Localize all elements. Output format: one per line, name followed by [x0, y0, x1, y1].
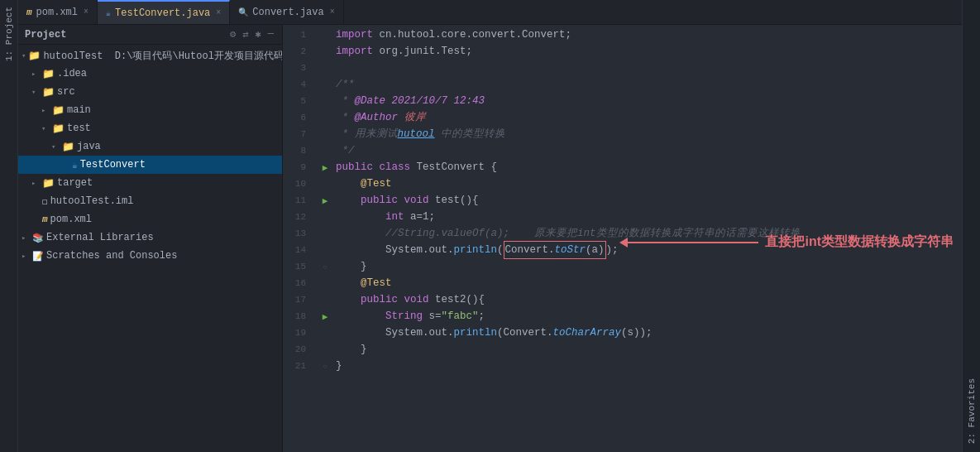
- tree-item-test[interactable]: ▾ 📁 test: [18, 119, 282, 137]
- pom-xml-icon: m: [26, 7, 32, 17]
- folder-icon-java: 📁: [62, 141, 74, 153]
- tree-item-scratches[interactable]: ▸ 📝 Scratches and Consoles: [18, 247, 282, 265]
- circle-14: ○: [323, 263, 327, 271]
- code-line-3: [336, 60, 962, 76]
- expand-arrow-java: ▾: [51, 142, 60, 151]
- ln-9: 9: [283, 159, 311, 176]
- code-line-12: int a=1;: [336, 209, 962, 225]
- code-line-17: public void test2(){: [336, 291, 962, 308]
- code-line-14: System.out.println(Convert.toStr(a));: [336, 242, 962, 258]
- code-line-16: @Test: [336, 275, 962, 291]
- g1: [318, 26, 332, 43]
- tab-testconvert[interactable]: ☕ TestConvert.java ×: [98, 0, 230, 24]
- tree-label-ext: External Libraries: [46, 232, 154, 243]
- tree-label-pom: pom.xml: [50, 214, 92, 225]
- minus-icon[interactable]: —: [266, 27, 275, 41]
- tree-item-hutooltest[interactable]: ▾ 📁 hutoolTest D:\项目代码\Hutool开发项目源代码\: [18, 46, 282, 65]
- tree-item-iml[interactable]: ◻ hutoolTest.iml: [18, 192, 282, 210]
- project-label-text[interactable]: 1: Project: [4, 7, 14, 61]
- g15: [318, 275, 332, 291]
- g12: [318, 225, 332, 242]
- tree-item-target[interactable]: ▸ 📁 target: [18, 174, 282, 192]
- tree-item-java[interactable]: ▾ 📁 java: [18, 137, 282, 156]
- tree-item-src[interactable]: ▾ 📁 src: [18, 83, 282, 101]
- ln-14: 14: [283, 242, 311, 258]
- g13: [318, 242, 332, 258]
- tree-label-testconvert: TestConvert: [80, 159, 146, 171]
- folder-icon-test: 📁: [52, 123, 65, 135]
- folder-icon-src: 📁: [42, 86, 55, 99]
- tree-item-pom[interactable]: m pom.xml: [18, 210, 282, 228]
- tab-convert-close[interactable]: ×: [330, 7, 335, 17]
- g16: [318, 291, 332, 308]
- tree-item-idea[interactable]: ▸ 📁 .idea: [18, 65, 282, 83]
- code-line-6: * @Author 彼岸: [336, 109, 962, 126]
- file-icon-scratches: 📝: [32, 251, 44, 262]
- ln-1: 1: [283, 26, 311, 43]
- tree-label-test: test: [67, 123, 91, 134]
- ln-12: 12: [283, 209, 311, 225]
- tree-item-external-libs[interactable]: ▸ 📚 External Libraries: [18, 228, 282, 247]
- code-content[interactable]: import cn.hutool.core.convert.Convert; i…: [332, 25, 962, 452]
- ln-16: 16: [283, 275, 311, 291]
- ln-6: 6: [283, 109, 311, 126]
- gear-icon[interactable]: ⚙: [228, 27, 237, 41]
- tab-convert-label: Convert.java: [252, 7, 323, 18]
- ln-13: 13: [283, 225, 311, 242]
- code-line-18: String s="fabc";: [336, 308, 962, 325]
- content-area: Project ⚙ ⇄ ✱ — ▾ 📁 hutoolTest D:\项目代码\H…: [18, 25, 962, 452]
- folder-icon-idea: 📁: [42, 68, 55, 80]
- tree-label-java: java: [77, 141, 101, 152]
- run-icon-test2[interactable]: ▶: [323, 311, 328, 322]
- code-line-21: }: [336, 358, 962, 374]
- g11[interactable]: ▶: [318, 192, 332, 209]
- convert-icon: 🔍: [238, 7, 248, 17]
- tree-label-main: main: [67, 104, 91, 116]
- tree-label-idea: .idea: [57, 68, 87, 79]
- expand-arrow-target: ▸: [31, 179, 40, 188]
- g14: ○: [318, 258, 332, 275]
- tree-item-testconvert[interactable]: ☕ TestConvert: [18, 156, 282, 174]
- main-content: m pom.xml × ☕ TestConvert.java × 🔍 Conve…: [18, 0, 962, 452]
- folder-icon-hutooltest: 📁: [28, 50, 41, 62]
- g19: [318, 341, 332, 358]
- project-header-icons: ⚙ ⇄ ✱ —: [228, 27, 275, 41]
- tab-testconvert-close[interactable]: ×: [216, 8, 221, 17]
- g18: [318, 325, 332, 341]
- g9[interactable]: ▶: [318, 159, 332, 176]
- tree-label-src: src: [57, 86, 75, 98]
- g17[interactable]: ▶: [318, 308, 332, 325]
- run-icon-test1[interactable]: ▶: [323, 195, 328, 206]
- ln-18: 18: [283, 308, 311, 325]
- ln-21: 21: [283, 358, 311, 374]
- ln-19: 19: [283, 325, 311, 341]
- favorites-bar[interactable]: 2: Favorites: [962, 0, 980, 452]
- tab-convert[interactable]: 🔍 Convert.java ×: [230, 0, 343, 24]
- tree-label-hutooltest: hutoolTest D:\项目代码\Hutool开发项目源代码\: [43, 49, 282, 63]
- g20: ○: [318, 358, 332, 374]
- file-icon-ext: 📚: [32, 233, 44, 243]
- code-line-9: public class TestConvert {: [336, 159, 962, 176]
- circle-20: ○: [323, 363, 327, 370]
- tab-pom-xml[interactable]: m pom.xml ×: [18, 0, 98, 24]
- g6: [318, 109, 332, 126]
- code-area: 1 2 3 4 5 6 7 8 9 10 11 12 13 14 15 16 1: [283, 25, 962, 452]
- tab-pom-close[interactable]: ×: [84, 7, 88, 17]
- run-icon-class[interactable]: ▶: [323, 162, 328, 173]
- ln-2: 2: [283, 43, 311, 60]
- g4: [318, 76, 332, 93]
- code-line-19: System.out.println(Convert.toCharArray(s…: [336, 325, 962, 341]
- tree-item-main[interactable]: ▸ 📁 main: [18, 101, 282, 119]
- folder-icon-target: 📁: [42, 177, 55, 190]
- arrows-icon[interactable]: ⇄: [241, 27, 250, 41]
- tree-label-iml: hutoolTest.iml: [50, 195, 134, 207]
- code-line-5: * @Date 2021/10/7 12:43: [336, 93, 962, 109]
- project-panel-label[interactable]: 1: Project: [0, 0, 18, 452]
- tabs-bar: m pom.xml × ☕ TestConvert.java × 🔍 Conve…: [18, 0, 962, 25]
- settings-icon[interactable]: ✱: [254, 27, 263, 41]
- favorites-label[interactable]: 2: Favorites: [967, 378, 977, 444]
- g11b: [318, 209, 332, 225]
- code-line-4: /**: [336, 76, 962, 93]
- ln-10: 10: [283, 176, 311, 192]
- expand-arrow-scratches: ▸: [22, 252, 30, 261]
